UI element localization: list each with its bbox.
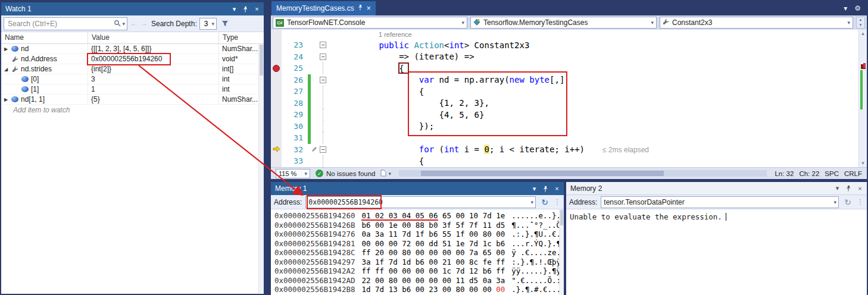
collapse-icon[interactable]: − [320, 146, 326, 153]
codelens-row[interactable]: 1 reference [271, 30, 858, 39]
breakpoint-icon[interactable] [273, 65, 280, 72]
watch-value[interactable]: {[[1, 2, 3], [4, 5, 6]]} [88, 44, 219, 54]
memory-row[interactable]: 0x000002556B19426Bb6 00 1e 00 88 b0 3f 5… [274, 221, 564, 230]
breakpoint-margin[interactable] [271, 39, 282, 51]
breakpoint-margin[interactable] [271, 51, 282, 63]
breakpoint-margin[interactable] [271, 74, 282, 86]
breakpoint-margin[interactable] [271, 121, 282, 133]
code-text[interactable]: => (iterate) => [328, 52, 858, 61]
memory-row[interactable]: 0x000002556B19426001 02 03 04 05 06 65 0… [274, 211, 564, 221]
expander-icon[interactable]: ▶ [3, 97, 9, 102]
collapse-icon[interactable]: − [320, 77, 326, 83]
code-line[interactable]: 24− => (iterate) => [271, 51, 858, 63]
diff-margin-button[interactable]: ▾ [380, 170, 391, 178]
line-number[interactable]: 25 [282, 64, 308, 73]
expander-icon[interactable]: ◢ [3, 67, 9, 72]
memory2-view[interactable]: Unable to evaluate the expression. [566, 209, 867, 295]
column-indicator[interactable]: Ch: 22 [799, 170, 819, 177]
watch-row[interactable]: nd.Address0x000002556b194260void* [1, 54, 264, 64]
code-line[interactable]: 25 { [271, 62, 858, 74]
code-text[interactable]: { [328, 64, 858, 73]
breakpoint-margin[interactable] [271, 86, 282, 98]
column-header-name[interactable]: Name [1, 32, 88, 43]
code-text[interactable]: { [328, 156, 858, 166]
line-number[interactable]: 33 [282, 156, 308, 165]
close-icon[interactable]: × [367, 4, 371, 12]
memory1-hex-view[interactable]: 0x000002556B19426001 02 03 04 05 06 65 0… [271, 209, 564, 295]
pin-icon[interactable] [844, 184, 854, 193]
code-text[interactable]: var nd = np.array(new byte[,] [328, 75, 858, 84]
address-input[interactable] [308, 198, 529, 206]
watch-value[interactable]: 0x000002556b194260 [88, 54, 219, 64]
watch-value[interactable]: 3 [88, 74, 219, 84]
memory-row[interactable]: 0x000002556B1942B81d 7d 13 b6 00 23 00 8… [274, 285, 564, 294]
code-line[interactable]: 30 }); [271, 121, 858, 133]
column-header-type[interactable]: Type [219, 32, 264, 43]
line-number[interactable]: 23 [282, 40, 308, 49]
breakpoint-margin[interactable] [271, 155, 282, 167]
memory2-address-combo[interactable]: ▾ [601, 196, 839, 208]
close-icon[interactable]: × [252, 4, 262, 14]
scrollbar-thumb[interactable] [421, 171, 664, 176]
memory-row[interactable]: 0x000002556B1942A2ff ff 00 00 00 00 1c 7… [274, 266, 564, 276]
code-text[interactable]: {4, 5, 6} [328, 110, 858, 120]
breakpoint-margin[interactable] [271, 144, 282, 156]
line-number[interactable]: 30 [282, 122, 308, 131]
watch-row[interactable]: ◢nd.strides{int[2]}int[] [1, 64, 264, 74]
pin-icon[interactable] [541, 184, 551, 193]
window-position-icon[interactable]: ▾ [529, 184, 539, 193]
code-line[interactable]: 27 { [271, 86, 858, 98]
memory1-scrollbar[interactable] [559, 209, 564, 295]
memory1-titlebar[interactable]: Memory 1 ▾ × [271, 182, 564, 195]
memory2-titlebar[interactable]: Memory 2 ▾ × [566, 182, 867, 195]
column-header-value[interactable]: Value [88, 32, 219, 43]
toolbar-overflow-icon[interactable]: ⋮ [857, 198, 864, 206]
zoom-dropdown[interactable]: 115 % ▾ [276, 169, 310, 178]
refresh-icon[interactable]: ↻ [539, 197, 550, 207]
code-text[interactable]: }); [328, 121, 858, 131]
code-line[interactable]: 31 [271, 132, 858, 144]
codelens-references[interactable]: 1 reference [328, 31, 858, 38]
editor-vertical-scrollbar[interactable]: ▲ ▼ [858, 30, 867, 167]
code-text[interactable]: for (int i = 0; i < iterate; i++)≤ 2ms e… [328, 145, 858, 154]
code-line[interactable]: 29 {4, 5, 6} [271, 109, 858, 121]
code-line[interactable]: 23− public Action<int> Constant2x3 [271, 39, 858, 51]
scroll-up-icon[interactable]: ▲ [859, 30, 867, 37]
line-number[interactable]: 29 [282, 110, 308, 119]
breakpoint-margin[interactable] [271, 30, 282, 39]
breakpoint-margin[interactable] [271, 62, 282, 74]
watch-row[interactable]: ▶nd{[[1, 2, 3], [4, 5, 6]]}NumShar... [1, 44, 264, 54]
search-input[interactable] [8, 20, 113, 28]
watch-value[interactable]: {5} [88, 95, 219, 104]
search-icon[interactable] [114, 18, 121, 29]
close-icon[interactable]: × [552, 184, 562, 193]
watch-row[interactable]: ▶nd[1, 1]{5}NumShar... [1, 95, 264, 105]
watch-scrollbar[interactable] [258, 45, 264, 293]
chevron-down-icon[interactable]: ▾ [833, 199, 836, 205]
code-line[interactable]: 33 { [271, 155, 858, 167]
memory-row[interactable]: 0x000002556B1942AD22 00 80 00 00 00 00 1… [274, 276, 564, 285]
code-text[interactable]: {1, 2, 3}, [328, 98, 858, 108]
window-position-icon[interactable]: ▾ [832, 184, 842, 193]
search-depth-combo[interactable]: 3 ▾ [199, 18, 217, 30]
search-prev-icon[interactable]: ← [130, 19, 138, 28]
line-indicator[interactable]: Ln: 32 [775, 170, 794, 177]
line-number[interactable]: 28 [282, 99, 308, 108]
memory-row[interactable]: 0x000002556B1942760a 3a 11 7d 1f b6 55 1… [274, 230, 564, 239]
code-text[interactable]: { [328, 87, 858, 96]
filter-icon[interactable] [219, 18, 231, 30]
code-text[interactable]: public Action<int> Constant2x3 [328, 40, 858, 50]
watch-titlebar[interactable]: Watch 1 ▾ × [1, 2, 264, 15]
address-input[interactable] [604, 198, 832, 206]
project-dropdown[interactable]: C# TensorFlowNET.Console ▾ [273, 17, 467, 29]
chevron-down-icon[interactable]: ▾ [844, 4, 847, 12]
memory-row[interactable]: 0x000002556B19428Cff 20 00 80 00 00 00 0… [274, 248, 564, 258]
memory-row[interactable]: 0x000002556B1942973a 1f 7d 1d b6 00 21 0… [274, 258, 564, 267]
watch-row[interactable]: [0]3int [1, 74, 264, 84]
expander-icon[interactable]: ▶ [3, 46, 9, 52]
scrollbar-thumb[interactable] [560, 210, 563, 225]
tab-memorytestingcases[interactable]: MemoryTestingCases.cs × [271, 1, 376, 15]
pin-icon[interactable] [241, 4, 251, 14]
breakpoint-margin[interactable] [271, 98, 282, 109]
close-icon[interactable]: × [855, 184, 865, 193]
